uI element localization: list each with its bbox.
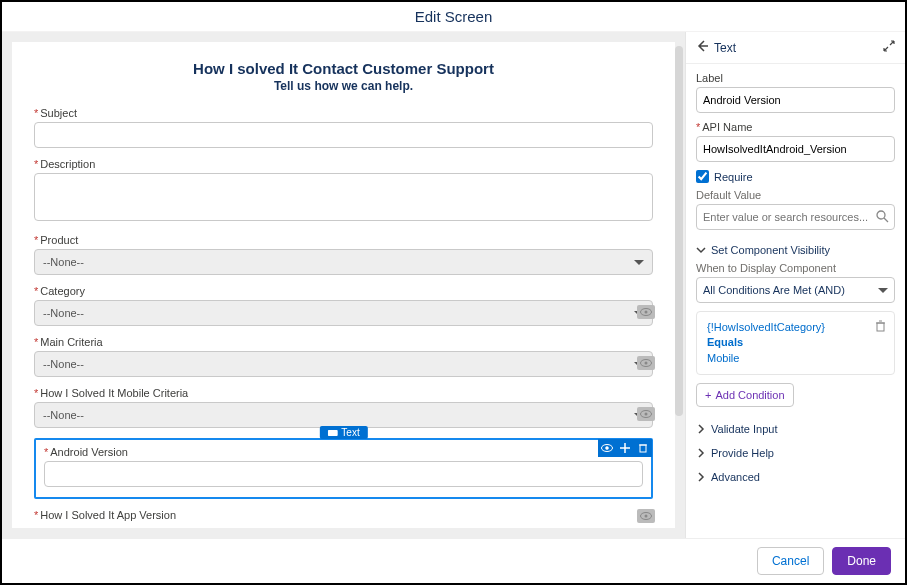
form-subtitle: Tell us how we can help. <box>34 79 653 93</box>
sidebar-body: Label *API Name Require Default Value Se… <box>686 64 905 538</box>
form-title: How I solved It Contact Customer Support <box>34 60 653 77</box>
field-category[interactable]: *Category --None-- <box>34 285 653 326</box>
description-label: *Description <box>34 158 653 170</box>
back-arrow-icon[interactable] <box>696 40 708 55</box>
mobile-criteria-label: *How I Solved It Mobile Criteria <box>34 387 653 399</box>
component-type-label: Text <box>714 41 736 55</box>
plus-icon: + <box>705 389 711 401</box>
subject-input[interactable] <box>34 122 653 148</box>
properties-sidebar: Text Label *API Name Require Default Val… <box>685 32 905 538</box>
require-checkbox[interactable]: Require <box>696 170 895 183</box>
subject-label: *Subject <box>34 107 653 119</box>
form-canvas: How I solved It Contact Customer Support… <box>12 42 675 528</box>
svg-rect-13 <box>877 323 884 331</box>
android-version-input[interactable] <box>44 461 643 487</box>
product-select[interactable]: --None-- <box>34 249 653 275</box>
mobile-criteria-select[interactable]: --None-- <box>34 402 653 428</box>
api-name-input[interactable] <box>696 136 895 162</box>
validate-input-section[interactable]: Validate Input <box>696 417 895 441</box>
main-criteria-select[interactable]: --None-- <box>34 351 653 377</box>
field-subject[interactable]: *Subject <box>34 107 653 148</box>
svg-rect-9 <box>640 445 646 452</box>
component-type-tag: Text <box>319 426 367 439</box>
category-label: *Category <box>34 285 653 297</box>
label-input[interactable] <box>696 87 895 113</box>
cancel-button[interactable]: Cancel <box>757 547 824 575</box>
svg-point-11 <box>645 515 648 518</box>
category-select[interactable]: --None-- <box>34 300 653 326</box>
field-product[interactable]: *Product --None-- <box>34 234 653 275</box>
add-condition-button[interactable]: + Add Condition <box>696 383 794 407</box>
search-icon <box>876 210 889 225</box>
selection-tools <box>598 439 652 457</box>
modal-body: How I solved It Contact Customer Support… <box>2 32 905 538</box>
visibility-eye-icon <box>598 439 616 457</box>
svg-point-8 <box>606 447 609 450</box>
move-icon[interactable] <box>616 439 634 457</box>
svg-point-3 <box>645 362 648 365</box>
field-mobile-criteria[interactable]: *How I Solved It Mobile Criteria --None-… <box>34 387 653 428</box>
canvas-scrollbar[interactable] <box>675 46 683 416</box>
visibility-eye-icon <box>637 509 655 523</box>
api-name-label: *API Name <box>696 121 895 133</box>
svg-point-1 <box>645 311 648 314</box>
condition-card[interactable]: {!HowIsolvedItCategory} Equals Mobile <box>696 311 895 375</box>
canvas-wrap: How I solved It Contact Customer Support… <box>2 32 685 538</box>
advanced-section[interactable]: Advanced <box>696 465 895 489</box>
default-value-input[interactable] <box>696 204 895 230</box>
sidebar-header: Text <box>686 32 905 64</box>
edit-screen-modal: Edit Screen How I solved It Contact Cust… <box>0 0 907 585</box>
condition-value[interactable]: Mobile <box>707 351 884 366</box>
svg-point-5 <box>645 413 648 416</box>
field-android-version-selected[interactable]: Text *Android Version <box>34 438 653 499</box>
field-description[interactable]: *Description <box>34 158 653 224</box>
modal-title: Edit Screen <box>2 2 905 32</box>
svg-rect-6 <box>327 430 337 436</box>
field-main-criteria[interactable]: *Main Criteria --None-- <box>34 336 653 377</box>
chevron-down-icon <box>634 260 644 265</box>
visibility-section-header[interactable]: Set Component Visibility <box>696 238 895 262</box>
field-app-version[interactable]: *How I Solved It App Version <box>34 509 653 521</box>
chevron-down-icon <box>878 288 888 293</box>
visibility-eye-icon <box>637 407 655 421</box>
android-version-label: *Android Version <box>44 446 643 458</box>
condition-resource[interactable]: {!HowIsolvedItCategory} <box>707 320 884 335</box>
done-button[interactable]: Done <box>832 547 891 575</box>
description-input[interactable] <box>34 173 653 221</box>
when-to-display-label: When to Display Component <box>696 262 895 274</box>
label-field-label: Label <box>696 72 895 84</box>
app-version-label: *How I Solved It App Version <box>34 509 653 521</box>
svg-point-12 <box>877 211 885 219</box>
when-to-display-select[interactable]: All Conditions Are Met (AND) <box>696 277 895 303</box>
default-value-label: Default Value <box>696 189 895 201</box>
product-label: *Product <box>34 234 653 246</box>
provide-help-section[interactable]: Provide Help <box>696 441 895 465</box>
expand-icon[interactable] <box>883 40 895 55</box>
visibility-eye-icon <box>637 356 655 370</box>
condition-operator[interactable]: Equals <box>707 335 884 350</box>
delete-icon[interactable] <box>634 439 652 457</box>
modal-footer: Cancel Done <box>2 538 905 583</box>
require-checkbox-input[interactable] <box>696 170 709 183</box>
trash-icon[interactable] <box>875 320 886 334</box>
main-criteria-label: *Main Criteria <box>34 336 653 348</box>
visibility-eye-icon <box>637 305 655 319</box>
